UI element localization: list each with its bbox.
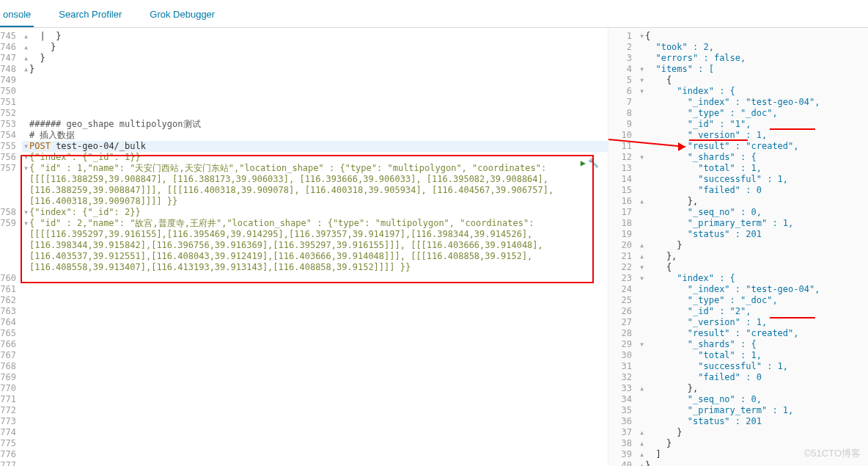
- tab-search-profiler[interactable]: Search Profiler: [56, 4, 125, 27]
- annotation-underline: [770, 317, 815, 318]
- editor-container: 745▴ | } 746▴ } 747▴ } 748▴} 749 750 751…: [0, 28, 868, 466]
- dev-tools-tabs: onsole Search Profiler Grok Debugger: [0, 0, 868, 28]
- request-editor[interactable]: 745▴ | } 746▴ } 747▴ } 748▴} 749 750 751…: [0, 28, 608, 466]
- watermark: ©51CTO博客: [804, 447, 861, 460]
- annotation-underline: [770, 128, 815, 130]
- tab-console[interactable]: onsole: [0, 4, 34, 27]
- tab-grok-debugger[interactable]: Grok Debugger: [147, 4, 218, 27]
- run-icon[interactable]: ▶: [581, 158, 586, 168]
- annotation-underline: [689, 139, 748, 141]
- wrench-icon[interactable]: 🔧: [588, 158, 599, 168]
- response-viewer[interactable]: 1▾{ 2 "took" : 2, 3 "errors" : false, 4▾…: [608, 28, 868, 466]
